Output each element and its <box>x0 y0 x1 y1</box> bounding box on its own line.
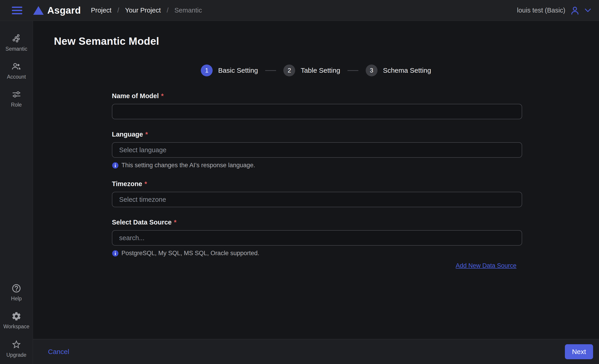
sidebar-item-help[interactable]: Help <box>11 283 22 302</box>
sidebar-item-label: Help <box>11 296 22 302</box>
field-label: Name of Model* <box>112 92 522 100</box>
sidebar-item-upgrade[interactable]: Upgrade <box>6 339 26 358</box>
logo-text: Asgard <box>47 5 81 16</box>
step-label: Basic Setting <box>218 67 258 74</box>
timezone-select-input[interactable] <box>112 192 522 207</box>
hint-text: PostgreSQL, My SQL, MS SQL, Oracle suppo… <box>122 250 259 257</box>
data-source-search-input[interactable] <box>112 230 522 245</box>
step-label: Schema Setting <box>383 67 431 74</box>
language-select-input[interactable] <box>112 142 522 158</box>
data-source-hint: PostgreSQL, My SQL, MS SQL, Oracle suppo… <box>112 250 522 257</box>
wizard-stepper: 1 Basic Setting 2 Table Setting 3 Schema… <box>33 65 599 76</box>
language-hint: This setting changes the AI’s response l… <box>112 162 522 169</box>
semantic-graph-icon <box>11 34 21 44</box>
next-button[interactable]: Next <box>565 344 593 359</box>
field-label: Select Data Source* <box>112 219 522 226</box>
user-name: louis test (Basic) <box>517 7 565 14</box>
user-menu[interactable]: louis test (Basic) <box>517 5 591 16</box>
sliders-icon <box>11 90 21 100</box>
field-data-source: Select Data Source* Postgr <box>112 219 522 257</box>
step-basic-setting[interactable]: 1 Basic Setting <box>201 65 258 76</box>
chevron-down-icon[interactable] <box>584 8 591 13</box>
step-table-setting[interactable]: 2 Table Setting <box>283 65 340 76</box>
breadcrumb-separator: / <box>117 7 119 14</box>
field-name-of-model: Name of Model* <box>112 92 522 119</box>
step-label: Table Setting <box>301 67 340 74</box>
required-asterisk: * <box>161 92 164 100</box>
people-icon <box>11 62 21 72</box>
sidebar-item-label: Account <box>7 74 26 80</box>
required-asterisk: * <box>174 219 176 226</box>
sidebar-item-account[interactable]: Account <box>7 62 26 80</box>
info-icon <box>112 162 119 169</box>
cancel-button[interactable]: Cancel <box>48 348 69 356</box>
help-icon <box>11 283 21 293</box>
sidebar-item-label: Semantic <box>5 46 27 52</box>
step-number: 3 <box>366 65 378 76</box>
step-number: 2 <box>283 65 295 76</box>
star-icon <box>11 339 22 350</box>
required-asterisk: * <box>144 180 147 187</box>
main-content: New Semantic Model 1 Basic Setting 2 Tab… <box>33 21 599 339</box>
add-new-data-source-link[interactable]: Add New Data Source <box>456 262 516 269</box>
sidebar-item-semantic[interactable]: Semantic <box>5 34 27 52</box>
page-title: New Semantic Model <box>54 35 599 47</box>
gear-icon <box>11 311 21 321</box>
field-label: Language* <box>112 131 522 138</box>
breadcrumb-your-project[interactable]: Your Project <box>125 7 161 14</box>
app-window: Asgard Project / Your Project / Semantic… <box>0 0 599 364</box>
field-label: Timezone* <box>112 180 522 188</box>
field-language: Language* This setting cha <box>112 131 522 169</box>
top-navbar: Asgard Project / Your Project / Semantic… <box>0 0 599 21</box>
step-connector <box>347 70 358 71</box>
basic-setting-form: Name of Model* Language* <box>112 92 522 269</box>
step-number: 1 <box>201 65 213 76</box>
app-logo[interactable]: Asgard <box>33 5 81 16</box>
breadcrumb-separator: / <box>167 7 168 14</box>
breadcrumb-semantic-current: Semantic <box>174 7 202 14</box>
step-connector <box>265 70 276 71</box>
user-avatar-icon[interactable] <box>570 5 580 16</box>
sidebar-item-role[interactable]: Role <box>11 90 22 108</box>
hint-text: This setting changes the AI’s response l… <box>122 162 255 169</box>
field-timezone: Timezone* <box>112 180 522 207</box>
required-asterisk: * <box>145 131 148 138</box>
sidebar: Semantic Account <box>0 21 33 364</box>
breadcrumb-project[interactable]: Project <box>91 7 111 14</box>
info-icon <box>112 250 119 257</box>
sidebar-item-label: Role <box>11 102 22 108</box>
step-schema-setting[interactable]: 3 Schema Setting <box>366 65 431 76</box>
sidebar-item-label: Workspace <box>3 323 30 330</box>
triangle-logo-icon <box>33 6 44 15</box>
sidebar-item-label: Upgrade <box>6 352 26 358</box>
breadcrumb: Project / Your Project / Semantic <box>91 7 202 14</box>
name-of-model-input[interactable] <box>112 104 522 119</box>
sidebar-item-workspace[interactable]: Workspace <box>3 311 30 330</box>
footer-action-bar: Cancel Next <box>33 339 599 364</box>
hamburger-menu-icon[interactable] <box>12 7 22 14</box>
